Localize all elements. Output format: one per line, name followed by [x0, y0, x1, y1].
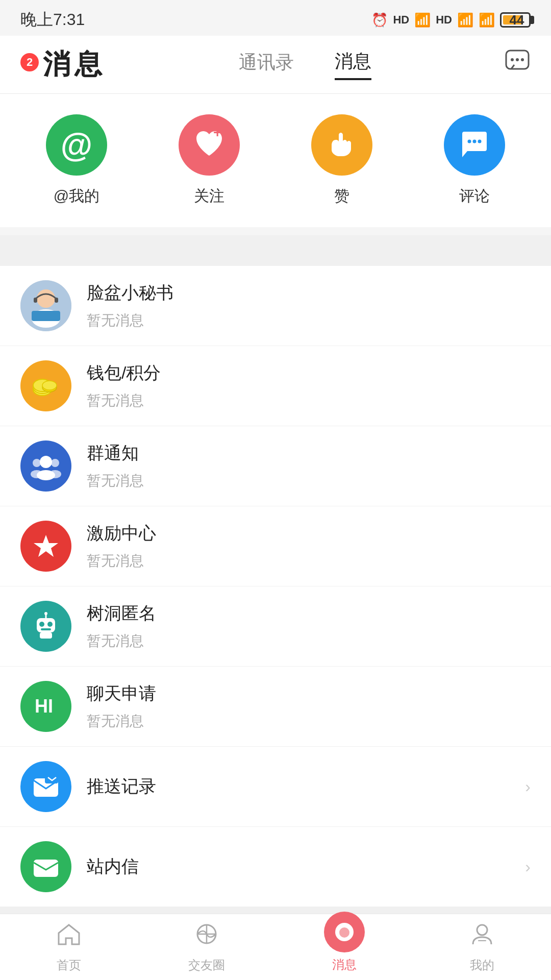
message-title-internal-mail: 站内信 — [87, 855, 525, 878]
comment-label: 评论 — [459, 186, 490, 207]
message-content-incentive: 激励中心 暂无消息 — [87, 522, 531, 571]
follow-label: 关注 — [194, 186, 224, 207]
message-content-wallet: 钱包/积分 暂无消息 — [87, 361, 531, 410]
svg-point-10 — [37, 289, 55, 308]
app-title-area: 2 消息 — [20, 46, 106, 83]
nav-tab-home[interactable]: 首页 — [0, 921, 138, 973]
message-title-treehole: 树洞匿名 — [87, 602, 531, 625]
signal2-icon: 📶 — [457, 12, 473, 28]
wifi-icon: 📶 — [479, 12, 495, 28]
message-item-internal-mail[interactable]: 站内信 › — [0, 827, 551, 907]
message-title-group: 群通知 — [87, 442, 531, 465]
message-title-chat-request: 聊天申请 — [87, 682, 531, 705]
like-icon — [311, 114, 372, 176]
action-like[interactable]: 赞 — [311, 114, 372, 207]
nav-tab-social[interactable]: 交友圈 — [138, 921, 276, 973]
profile-icon — [469, 921, 495, 953]
chat-icon[interactable] — [504, 48, 531, 81]
home-icon — [56, 921, 82, 953]
battery-level: 44 — [503, 12, 531, 28]
nav-contacts[interactable]: 通讯录 — [239, 50, 294, 79]
status-icons: ⏰ HD 📶 HD 📶 📶 44 — [371, 12, 531, 28]
svg-point-20 — [40, 456, 52, 468]
avatar-treehole — [20, 601, 71, 652]
message-item-push-record[interactable]: 推送记录 › — [0, 747, 551, 827]
svg-rect-30 — [41, 628, 51, 630]
svg-rect-14 — [55, 298, 58, 303]
svg-point-8 — [478, 140, 482, 143]
avatar-incentive — [20, 521, 71, 572]
nav-tab-message[interactable]: 消息 — [276, 922, 413, 973]
svg-point-25 — [49, 470, 61, 478]
svg-rect-37 — [34, 860, 58, 877]
svg-point-32 — [44, 612, 47, 615]
alarm-icon: ⏰ — [371, 12, 388, 28]
profile-label: 我的 — [470, 957, 494, 973]
nav-messages[interactable]: 消息 — [335, 49, 371, 80]
svg-point-24 — [51, 459, 59, 467]
divider-section — [0, 235, 551, 266]
message-item-wallet[interactable]: 钱包/积分 暂无消息 — [0, 346, 551, 426]
message-subtitle-treehole: 暂无消息 — [87, 631, 531, 651]
avatar-group — [20, 440, 71, 492]
at-me-icon: @ — [46, 114, 107, 176]
svg-point-28 — [39, 622, 44, 627]
signal-icon: 📶 — [414, 12, 431, 28]
home-label: 首页 — [57, 957, 81, 973]
at-me-label: @我的 — [54, 186, 99, 207]
message-content-chat-request: 聊天申请 暂无消息 — [87, 682, 531, 731]
action-at-me[interactable]: @ @我的 — [46, 114, 107, 207]
message-title-push-record: 推送记录 — [87, 775, 525, 798]
comment-icon — [444, 114, 505, 176]
svg-point-29 — [47, 622, 53, 627]
message-subtitle-chat-request: 暂无消息 — [87, 712, 531, 731]
message-content-push-record: 推送记录 — [87, 775, 525, 798]
svg-point-23 — [31, 470, 43, 478]
like-label: 赞 — [334, 186, 349, 207]
nav-tab-profile[interactable]: 我的 — [413, 921, 551, 973]
message-item-face-secretary[interactable]: 脸盆小秘书 暂无消息 — [0, 266, 551, 346]
svg-marker-26 — [34, 535, 58, 557]
svg-rect-33 — [40, 632, 52, 639]
message-item-incentive[interactable]: 激励中心 暂无消息 — [0, 506, 551, 586]
svg-rect-44 — [478, 940, 486, 941]
message-title-wallet: 钱包/积分 — [87, 361, 531, 385]
message-list: 脸盆小秘书 暂无消息 钱包/积分 暂无消息 — [0, 266, 551, 907]
status-time: 晚上7:31 — [20, 9, 85, 31]
message-subtitle-face-secretary: 暂无消息 — [87, 311, 531, 330]
bottom-nav: 首页 交友圈 消息 — [0, 914, 551, 980]
svg-point-3 — [521, 58, 524, 61]
hd2-icon: HD — [436, 13, 452, 27]
follow-icon: + — [179, 114, 240, 176]
action-comment[interactable]: 评论 — [444, 114, 505, 207]
header-nav: 通讯录 消息 — [239, 49, 371, 80]
avatar-chat-request: HI — [20, 681, 71, 732]
svg-text:HI: HI — [35, 696, 53, 717]
message-item-group[interactable]: 群通知 暂无消息 — [0, 426, 551, 506]
message-title-incentive: 激励中心 — [87, 522, 531, 545]
avatar-face-secretary — [20, 280, 71, 331]
svg-rect-12 — [32, 311, 60, 321]
message-label: 消息 — [332, 957, 357, 973]
svg-point-2 — [516, 58, 519, 61]
svg-point-7 — [473, 140, 477, 143]
svg-text:+: + — [213, 127, 221, 140]
message-item-chat-request[interactable]: HI 聊天申请 暂无消息 — [0, 667, 551, 747]
svg-point-22 — [33, 459, 41, 467]
battery-indicator: 44 — [500, 12, 531, 28]
quick-actions: @ @我的 + 关注 赞 — [0, 94, 551, 227]
action-follow[interactable]: + 关注 — [179, 114, 240, 207]
message-content-face-secretary: 脸盆小秘书 暂无消息 — [87, 281, 531, 330]
svg-rect-36 — [45, 774, 58, 783]
social-icon — [193, 921, 220, 953]
message-content-group: 群通知 暂无消息 — [87, 442, 531, 491]
message-item-treehole[interactable]: 树洞匿名 暂无消息 — [0, 586, 551, 667]
message-subtitle-group: 暂无消息 — [87, 471, 531, 491]
header: 2 消息 通讯录 消息 — [0, 36, 551, 94]
avatar-internal-mail — [20, 841, 71, 892]
svg-point-42 — [339, 927, 349, 938]
message-content-treehole: 树洞匿名 暂无消息 — [87, 602, 531, 651]
social-label: 交友圈 — [188, 957, 225, 973]
svg-point-6 — [468, 140, 471, 143]
svg-point-43 — [477, 925, 487, 935]
